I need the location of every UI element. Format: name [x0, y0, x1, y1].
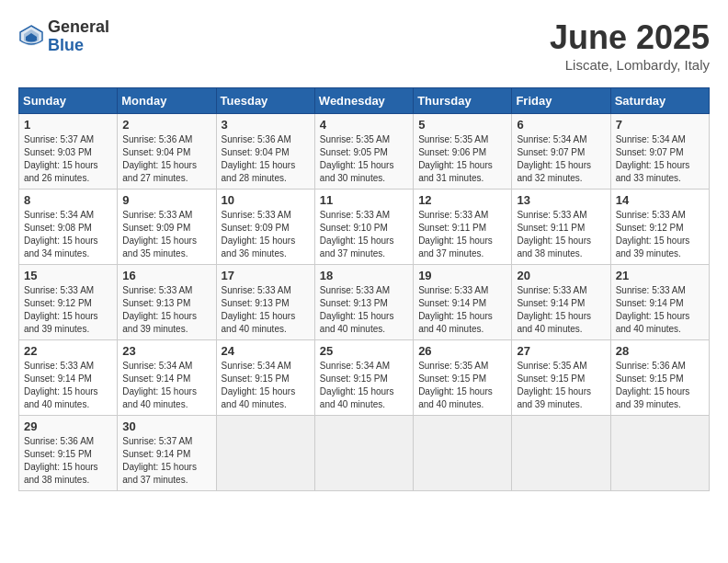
calendar-day-cell: 25Sunrise: 5:34 AMSunset: 9:15 PMDayligh…: [314, 340, 413, 416]
logo-blue: Blue: [48, 37, 109, 55]
weekday-header-friday: Friday: [512, 88, 610, 114]
month-title: June 2025: [550, 18, 710, 57]
calendar-day-cell: 17Sunrise: 5:33 AMSunset: 9:13 PMDayligh…: [216, 265, 314, 340]
calendar-week-row: 15Sunrise: 5:33 AMSunset: 9:12 PMDayligh…: [19, 265, 710, 340]
day-info: Sunrise: 5:36 AMSunset: 9:15 PMDaylight:…: [616, 361, 690, 409]
day-info: Sunrise: 5:34 AMSunset: 9:07 PMDaylight:…: [517, 134, 591, 183]
calendar-day-cell: [314, 416, 413, 491]
calendar-week-row: 8Sunrise: 5:34 AMSunset: 9:08 PMDaylight…: [19, 190, 710, 265]
day-number: 28: [616, 344, 704, 358]
day-info: Sunrise: 5:34 AMSunset: 9:15 PMDaylight:…: [222, 361, 296, 409]
calendar-table: SundayMondayTuesdayWednesdayThursdayFrid…: [18, 87, 710, 491]
calendar-day-cell: 5Sunrise: 5:35 AMSunset: 9:06 PMDaylight…: [414, 114, 512, 190]
weekday-header-wednesday: Wednesday: [314, 88, 413, 114]
day-info: Sunrise: 5:33 AMSunset: 9:10 PMDaylight:…: [320, 210, 394, 259]
day-number: 19: [418, 269, 506, 282]
day-info: Sunrise: 5:35 AMSunset: 9:15 PMDaylight:…: [418, 361, 493, 409]
day-number: 24: [222, 344, 310, 358]
calendar-week-row: 1Sunrise: 5:37 AMSunset: 9:03 PMDaylight…: [19, 114, 710, 190]
calendar-day-cell: [414, 416, 512, 491]
day-info: Sunrise: 5:33 AMSunset: 9:13 PMDaylight:…: [222, 285, 296, 334]
calendar-day-cell: 23Sunrise: 5:34 AMSunset: 9:14 PMDayligh…: [118, 340, 216, 416]
calendar-day-cell: 9Sunrise: 5:33 AMSunset: 9:09 PMDaylight…: [118, 190, 216, 265]
day-number: 21: [616, 269, 704, 282]
calendar-day-cell: 27Sunrise: 5:35 AMSunset: 9:15 PMDayligh…: [512, 340, 610, 416]
day-number: 29: [24, 419, 112, 433]
weekday-header-sunday: Sunday: [19, 88, 118, 114]
calendar-day-cell: 18Sunrise: 5:33 AMSunset: 9:13 PMDayligh…: [314, 265, 413, 340]
calendar-day-cell: 8Sunrise: 5:34 AMSunset: 9:08 PMDaylight…: [19, 190, 118, 265]
day-number: 8: [24, 193, 112, 207]
calendar-day-cell: 30Sunrise: 5:37 AMSunset: 9:14 PMDayligh…: [118, 416, 216, 491]
day-info: Sunrise: 5:34 AMSunset: 9:07 PMDaylight:…: [616, 134, 690, 183]
day-number: 1: [24, 118, 112, 132]
day-number: 3: [222, 118, 310, 132]
day-number: 22: [24, 344, 112, 358]
weekday-header-thursday: Thursday: [414, 88, 512, 114]
day-info: Sunrise: 5:33 AMSunset: 9:09 PMDaylight:…: [222, 210, 296, 259]
logo-icon: [18, 24, 44, 50]
calendar-day-cell: 12Sunrise: 5:33 AMSunset: 9:11 PMDayligh…: [414, 190, 512, 265]
weekday-header-row: SundayMondayTuesdayWednesdayThursdayFrid…: [19, 88, 710, 114]
calendar-day-cell: 1Sunrise: 5:37 AMSunset: 9:03 PMDaylight…: [19, 114, 118, 190]
calendar-day-cell: 2Sunrise: 5:36 AMSunset: 9:04 PMDaylight…: [118, 114, 216, 190]
day-info: Sunrise: 5:33 AMSunset: 9:14 PMDaylight:…: [418, 285, 493, 334]
day-number: 12: [418, 193, 506, 207]
calendar-day-cell: 28Sunrise: 5:36 AMSunset: 9:15 PMDayligh…: [610, 340, 709, 416]
day-info: Sunrise: 5:37 AMSunset: 9:14 PMDaylight:…: [122, 436, 197, 485]
calendar-day-cell: [610, 416, 709, 491]
day-info: Sunrise: 5:33 AMSunset: 9:13 PMDaylight:…: [320, 285, 394, 334]
day-number: 18: [320, 269, 408, 282]
day-number: 30: [122, 419, 210, 433]
day-info: Sunrise: 5:35 AMSunset: 9:15 PMDaylight:…: [517, 361, 591, 409]
calendar-day-cell: 7Sunrise: 5:34 AMSunset: 9:07 PMDaylight…: [610, 114, 709, 190]
day-info: Sunrise: 5:35 AMSunset: 9:06 PMDaylight:…: [418, 134, 493, 183]
calendar-day-cell: [216, 416, 314, 491]
day-info: Sunrise: 5:35 AMSunset: 9:05 PMDaylight:…: [320, 134, 394, 183]
day-number: 26: [418, 344, 506, 358]
day-number: 14: [616, 193, 704, 207]
day-info: Sunrise: 5:34 AMSunset: 9:15 PMDaylight:…: [320, 361, 394, 409]
title-section: June 2025 Liscate, Lombardy, Italy: [550, 18, 710, 73]
logo: General Blue: [18, 18, 109, 55]
day-number: 13: [517, 193, 605, 207]
calendar-day-cell: 14Sunrise: 5:33 AMSunset: 9:12 PMDayligh…: [610, 190, 709, 265]
day-info: Sunrise: 5:34 AMSunset: 9:14 PMDaylight:…: [122, 361, 197, 409]
day-number: 11: [320, 193, 408, 207]
calendar-day-cell: 15Sunrise: 5:33 AMSunset: 9:12 PMDayligh…: [19, 265, 118, 340]
logo-general: General: [48, 18, 109, 37]
calendar-day-cell: 21Sunrise: 5:33 AMSunset: 9:14 PMDayligh…: [610, 265, 709, 340]
day-info: Sunrise: 5:34 AMSunset: 9:08 PMDaylight:…: [24, 210, 98, 259]
day-number: 25: [320, 344, 408, 358]
day-info: Sunrise: 5:33 AMSunset: 9:12 PMDaylight:…: [24, 285, 98, 334]
day-number: 15: [24, 269, 112, 282]
day-info: Sunrise: 5:37 AMSunset: 9:03 PMDaylight:…: [24, 134, 98, 183]
day-number: 23: [122, 344, 210, 358]
day-info: Sunrise: 5:33 AMSunset: 9:14 PMDaylight:…: [517, 285, 591, 334]
day-number: 7: [616, 118, 704, 132]
day-info: Sunrise: 5:33 AMSunset: 9:14 PMDaylight:…: [24, 361, 98, 409]
page-header: General Blue June 2025 Liscate, Lombardy…: [18, 18, 710, 73]
day-info: Sunrise: 5:33 AMSunset: 9:11 PMDaylight:…: [517, 210, 591, 259]
calendar-day-cell: 11Sunrise: 5:33 AMSunset: 9:10 PMDayligh…: [314, 190, 413, 265]
calendar-day-cell: [512, 416, 610, 491]
calendar-week-row: 29Sunrise: 5:36 AMSunset: 9:15 PMDayligh…: [19, 416, 710, 491]
calendar-day-cell: 29Sunrise: 5:36 AMSunset: 9:15 PMDayligh…: [19, 416, 118, 491]
calendar-day-cell: 6Sunrise: 5:34 AMSunset: 9:07 PMDaylight…: [512, 114, 610, 190]
day-info: Sunrise: 5:33 AMSunset: 9:13 PMDaylight:…: [122, 285, 197, 334]
day-number: 9: [122, 193, 210, 207]
weekday-header-saturday: Saturday: [610, 88, 709, 114]
calendar-day-cell: 22Sunrise: 5:33 AMSunset: 9:14 PMDayligh…: [19, 340, 118, 416]
weekday-header-tuesday: Tuesday: [216, 88, 314, 114]
day-number: 10: [222, 193, 310, 207]
logo-text: General Blue: [48, 18, 109, 55]
calendar-day-cell: 13Sunrise: 5:33 AMSunset: 9:11 PMDayligh…: [512, 190, 610, 265]
calendar-day-cell: 26Sunrise: 5:35 AMSunset: 9:15 PMDayligh…: [414, 340, 512, 416]
day-info: Sunrise: 5:33 AMSunset: 9:11 PMDaylight:…: [418, 210, 493, 259]
calendar-day-cell: 16Sunrise: 5:33 AMSunset: 9:13 PMDayligh…: [118, 265, 216, 340]
day-info: Sunrise: 5:36 AMSunset: 9:15 PMDaylight:…: [24, 436, 98, 485]
day-info: Sunrise: 5:36 AMSunset: 9:04 PMDaylight:…: [122, 134, 197, 183]
day-number: 27: [517, 344, 605, 358]
calendar-day-cell: 4Sunrise: 5:35 AMSunset: 9:05 PMDaylight…: [314, 114, 413, 190]
calendar-day-cell: 3Sunrise: 5:36 AMSunset: 9:04 PMDaylight…: [216, 114, 314, 190]
